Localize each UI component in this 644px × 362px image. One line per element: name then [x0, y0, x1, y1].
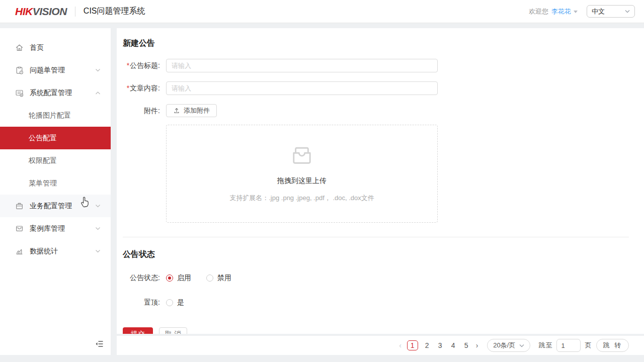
sidebar-subitem-announcement-config[interactable]: 公告配置 — [0, 127, 111, 149]
sidebar-item-label: 首页 — [30, 43, 44, 52]
content-field-label: *文章内容: — [123, 81, 160, 95]
sidebar-subitem-carousel-config[interactable]: 轮播图片配置 — [0, 104, 111, 127]
language-select[interactable]: 中文 — [587, 5, 635, 18]
hikvision-logo: HIKVISION — [15, 6, 67, 18]
pagination-prev-button[interactable]: ‹ — [399, 341, 401, 349]
sidebar-item-label: 系统配置管理 — [30, 88, 72, 98]
sidebar: 首页 问题单管理 系统配置管理 — [0, 28, 111, 355]
jump-to-label: 跳至 — [538, 341, 552, 350]
sidebar-subitem-label: 公告配置 — [29, 134, 57, 143]
caret-down-icon — [574, 11, 578, 13]
briefcase-icon — [15, 202, 24, 210]
pagination-page-5[interactable]: 5 — [463, 341, 469, 349]
sidebar-item-tickets[interactable]: 问题单管理 — [0, 59, 111, 81]
cancel-button[interactable]: 取 消 — [159, 327, 187, 334]
header-right: 欢迎您 李花花 中文 — [529, 5, 635, 18]
case-library-icon — [15, 224, 24, 233]
welcome-label: 欢迎您 — [529, 7, 548, 16]
dropzone-main-text: 拖拽到这里上传 — [277, 176, 327, 186]
upload-icon — [173, 107, 180, 114]
pagination-page-1[interactable]: 1 — [407, 340, 418, 350]
ticket-icon — [15, 66, 24, 74]
radio-option-pinned-yes[interactable]: 是 — [166, 298, 184, 307]
add-attachment-button[interactable]: 添加附件 — [166, 104, 217, 117]
submit-button[interactable]: 提交 — [123, 327, 153, 334]
radio-checked-icon — [166, 275, 173, 282]
section-title-announcement-status: 公告状态 — [123, 249, 629, 260]
pagination-page-4[interactable]: 4 — [450, 341, 456, 349]
language-value: 中文 — [592, 7, 605, 16]
jump-button[interactable]: 跳 转 — [596, 339, 629, 352]
radio-option-enabled[interactable]: 启用 — [166, 274, 191, 283]
required-mark: * — [127, 84, 129, 92]
sidebar-item-label: 数据统计 — [30, 247, 58, 256]
chevron-up-icon — [95, 91, 101, 95]
add-attachment-label: 添加附件 — [184, 106, 210, 115]
header-divider — [75, 7, 75, 17]
file-dropzone[interactable]: 拖拽到这里上传 支持扩展名：.jpg .png .jpeg, .pdf， .do… — [166, 125, 438, 223]
inbox-icon — [290, 145, 313, 165]
sidebar-item-label: 业务配置管理 — [30, 202, 72, 211]
radio-label: 启用 — [177, 274, 191, 283]
radio-unchecked-icon — [166, 299, 173, 306]
sidebar-item-case-library[interactable]: 案例库管理 — [0, 217, 111, 240]
page-size-select[interactable]: 20条/页 — [487, 339, 530, 352]
system-config-icon — [15, 88, 24, 97]
sidebar-item-statistics[interactable]: 数据统计 — [0, 240, 111, 262]
chevron-down-icon — [95, 68, 101, 72]
sidebar-subitem-label: 轮播图片配置 — [29, 111, 71, 120]
sidebar-subitem-menu-management[interactable]: 菜单管理 — [0, 172, 111, 195]
chevron-down-icon — [519, 344, 524, 347]
pinned-radio-group: 是 — [166, 298, 199, 307]
chevron-down-icon — [95, 204, 101, 208]
chevron-down-icon — [625, 10, 630, 13]
sidebar-item-system-config[interactable]: 系统配置管理 — [0, 81, 111, 104]
section-divider — [123, 237, 629, 237]
dropzone-hint-text: 支持扩展名：.jpg .png .jpeg, .pdf， .doc, .dox文… — [229, 194, 374, 203]
sidebar-item-home[interactable]: 首页 — [0, 36, 111, 59]
pinned-row-label: 置顶: — [123, 296, 160, 309]
page-unit-label: 页 — [585, 341, 591, 350]
content-area: 新建公告 *公告标题: *文章内容: 附件: — [117, 28, 644, 355]
collapse-menu-icon — [95, 340, 104, 348]
home-icon — [15, 43, 24, 52]
logo-hik: HIK — [15, 6, 33, 17]
article-content-input[interactable] — [166, 81, 438, 95]
required-mark: * — [127, 61, 129, 69]
status-radio-group: 启用 禁用 — [166, 274, 247, 283]
page-size-value: 20条/页 — [493, 341, 515, 350]
radio-label: 是 — [177, 298, 184, 307]
page: HIKVISION CIS问题管理系统 欢迎您 李花花 中文 — [0, 0, 644, 362]
chevron-down-icon — [95, 249, 101, 253]
title-field-label: *公告标题: — [123, 59, 160, 72]
logo-vision: VISION — [33, 6, 67, 17]
radio-option-disabled[interactable]: 禁用 — [206, 274, 231, 283]
user-menu[interactable]: 李花花 — [551, 7, 578, 16]
sidebar-subitem-label: 权限配置 — [29, 156, 57, 165]
sidebar-collapse-button[interactable] — [95, 340, 104, 348]
top-header: HIKVISION CIS问题管理系统 欢迎您 李花花 中文 — [0, 0, 644, 23]
status-row-label: 公告状态: — [123, 271, 160, 285]
attachment-field-label: 附件: — [123, 104, 160, 118]
chevron-down-icon — [95, 227, 101, 231]
announcement-form-card: 新建公告 *公告标题: *文章内容: 附件: — [117, 28, 644, 334]
sidebar-item-business-config[interactable]: 业务配置管理 — [0, 195, 111, 217]
section-title-new-announcement: 新建公告 — [123, 38, 629, 49]
stats-icon — [15, 247, 24, 255]
sidebar-subitem-label: 菜单管理 — [29, 179, 57, 188]
pagination-page-2[interactable]: 2 — [424, 341, 430, 349]
username: 李花花 — [551, 7, 571, 16]
app-title: CIS问题管理系统 — [84, 6, 145, 17]
sidebar-item-label: 问题单管理 — [30, 66, 65, 75]
pagination-page-3[interactable]: 3 — [437, 341, 443, 349]
jump-page-input[interactable] — [556, 339, 581, 352]
pagination-next-button[interactable]: › — [476, 341, 478, 349]
pagination-bar: ‹ 1 2 3 4 5 › 20条/页 跳至 页 跳 转 — [117, 336, 644, 355]
radio-unchecked-icon — [206, 275, 213, 282]
radio-label: 禁用 — [217, 274, 231, 283]
sidebar-item-label: 案例库管理 — [30, 224, 65, 233]
sidebar-subitem-permission-config[interactable]: 权限配置 — [0, 149, 111, 172]
announcement-title-input[interactable] — [166, 59, 438, 72]
